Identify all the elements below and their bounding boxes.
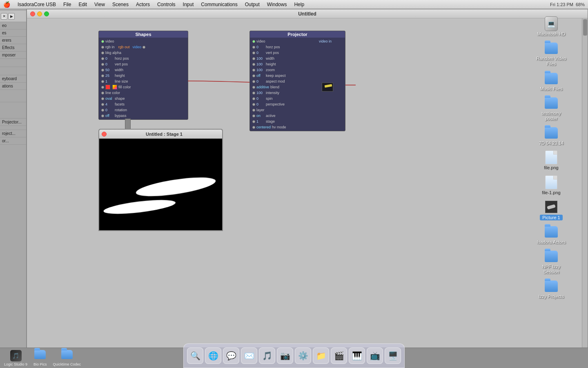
proj-port-spin[interactable] [252,97,255,100]
proj-port-height[interactable] [252,63,255,66]
shapes-port-video[interactable] [101,40,104,43]
shapes-port-rotation[interactable] [101,109,104,112]
bottom-icon-bio-pics[interactable]: Bio Pics [33,350,47,366]
menu-output[interactable]: Output [242,1,263,8]
menu-scenes[interactable]: Scenes [109,1,132,8]
desktop-icon-music-files[interactable]: Music Files [535,72,568,92]
menu-input[interactable]: Input [180,1,197,8]
menu-windows[interactable]: Windows [264,1,290,8]
shapes-port-rgb-out[interactable] [143,46,145,49]
stage-close-button[interactable] [102,132,107,137]
desktop-icon-npf-izzy[interactable]: NPF Izzy Session [535,250,568,275]
shapes-port-linesize[interactable] [101,80,104,83]
window-close-button[interactable] [30,11,35,16]
window-zoom-button[interactable] [44,11,49,16]
shapes-port-fillcolor[interactable] [101,86,104,89]
sidebar-section-effects[interactable]: Effects [0,44,26,52]
dock-misc4[interactable]: 🎹 [349,348,365,364]
shapes-node[interactable]: Shapes video rgb in rgb out video [98,31,188,120]
folder-icon-npf-izzy [545,251,558,262]
shapes-port-shape[interactable] [101,97,104,100]
menu-controls[interactable]: Controls [154,1,179,8]
proj-port-keepaspect[interactable] [252,74,255,77]
menu-actors[interactable]: Actors [133,1,153,8]
dock-mail[interactable]: ✉️ [241,348,257,364]
sidebar-section-keyboard[interactable]: eyboard [0,75,26,83]
proj-port-stage[interactable] [252,120,255,123]
menu-communications[interactable]: Communications [198,1,241,8]
menu-app-name[interactable]: IsadoraCore USB [14,1,59,8]
proj-port-width[interactable] [252,57,255,60]
proj-port-aspectmod[interactable] [252,80,255,83]
desktop-icon-npf-izzy-label: NPF Izzy Session [535,264,568,275]
proj-port-intensity[interactable] [252,92,255,94]
toolbar-btn-1[interactable]: ✕ [1,13,7,20]
sidebar-section-blank2 [0,67,26,75]
shapes-port-width[interactable] [101,69,104,72]
shapes-port-height[interactable] [101,74,104,77]
sidebar-section-es[interactable]: es [0,29,26,37]
desktop-icon-testimony-poster[interactable]: testimony poster [535,96,568,121]
proj-port-blend[interactable] [252,86,255,89]
proj-port-layer[interactable] [252,109,255,112]
bottom-icon-quicktime[interactable]: Quicktime Codec [53,350,81,366]
dock-finder[interactable]: 🔍 [187,348,203,364]
desktop-icon-file-png[interactable]: file.png [535,151,568,171]
sidebar-section-or[interactable]: or... [0,137,26,145]
dock-misc2[interactable]: 📁 [313,348,329,364]
bottom-icon-logic-label: Logic Studio 9 [4,362,27,366]
dock-photos[interactable]: 📷 [277,348,293,364]
sidebar-section-project[interactable]: roject... [0,130,26,137]
proj-port-hvmode[interactable] [252,126,255,129]
shapes-port-rgb-in[interactable] [101,46,104,49]
desktop-icon-7d[interactable]: 7D 04.23.14 [535,126,568,146]
menu-help[interactable]: Help [291,1,307,8]
dock-music[interactable]: 🎵 [259,348,275,364]
proj-input-width: 100 width [252,56,334,61]
desktop-icon-macintosh-hd[interactable]: 💻 Macintosh HD [535,17,568,37]
menu-file[interactable]: File [60,1,74,8]
dock-safari[interactable]: 🌐 [205,348,221,364]
canvas-area[interactable]: Shapes video rgb in rgb out video [27,18,588,368]
sidebar-section-erers[interactable]: erers [0,37,26,44]
projector-node[interactable]: Projector video video in 0 horz pos [249,31,345,131]
window-minimize-button[interactable] [37,11,42,16]
menu-edit[interactable]: Edit [75,1,90,8]
desktop-icon-picture1[interactable]: Picture 1 [535,200,568,220]
sidebar-section-projector[interactable]: Projector... [0,119,26,126]
shapes-port-horz[interactable] [101,57,104,60]
shapes-port-bkg[interactable] [101,52,104,54]
desktop-icon-isadora-actors[interactable]: Isadora Actors [535,225,568,245]
shapes-input-width: 50 width [100,67,146,73]
proj-port-perspective[interactable] [252,103,255,106]
proj-input-active: on active [252,113,334,119]
shapes-port-bypass[interactable] [101,114,104,117]
dock-misc5[interactable]: 📺 [367,348,383,364]
desktop-icon-file1-png-label: file-1.png [542,190,560,195]
shapes-port-vert[interactable] [101,63,104,66]
toolbar-btn-2[interactable]: ▶ [8,13,15,20]
folder-icon-7d [545,127,558,139]
desktop-icon-random-video[interactable]: Random VIdeo Files [535,42,568,67]
sidebar-section-eo[interactable]: eo [0,22,26,29]
desktop-icon-izzy-projects[interactable]: Izzy Projects [535,280,568,299]
apple-menu[interactable]: 🍎 [3,1,10,8]
shapes-port-facets[interactable] [101,103,104,106]
desktop-icon-file1-png[interactable]: file-1.png [535,176,568,195]
sidebar-section-ations[interactable]: ations [0,83,26,90]
proj-port-video[interactable] [252,40,255,43]
proj-port-active[interactable] [252,114,255,117]
shapes-port-linecolor[interactable] [101,92,104,94]
dock-misc1[interactable]: ⚙️ [295,348,311,364]
stage-canvas [99,139,222,230]
dock-misc3[interactable]: 🎬 [331,348,347,364]
proj-port-vert[interactable] [252,52,255,54]
menu-view[interactable]: View [91,1,108,8]
sidebar-section-mposer[interactable]: mposer [0,52,26,59]
stage-window[interactable]: Untitled : Stage 1 [98,129,223,231]
dock-misc6[interactable]: 🖥️ [385,348,401,364]
dock-chat[interactable]: 💬 [223,348,239,364]
proj-port-horz[interactable] [252,46,255,49]
proj-port-zoom[interactable] [252,69,255,72]
bottom-icon-logic-studio[interactable]: 🎵 Logic Studio 9 [4,350,27,366]
